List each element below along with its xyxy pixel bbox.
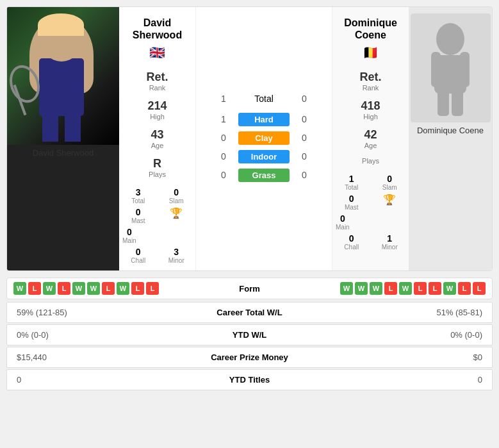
right-stats-grid: 1 Total 0 Slam 0 Mast 🏆 0 Main — [336, 174, 405, 251]
right-mast: 0 Mast — [336, 194, 368, 211]
left-player-flag: 🇬🇧 — [149, 45, 165, 60]
svg-rect-5 — [452, 90, 463, 116]
hard-score-right: 0 — [295, 114, 314, 124]
left-age-block: 43 Age — [151, 128, 163, 149]
form-badge-w: W — [370, 282, 382, 295]
ytd-wl-label: YTD W/L — [186, 330, 314, 340]
clay-score-right: 0 — [295, 133, 314, 143]
svg-rect-4 — [438, 90, 449, 116]
left-plays-label: Plays — [149, 170, 166, 178]
form-badge-l: L — [102, 282, 115, 295]
career-wl-label: Career Total W/L — [186, 308, 314, 317]
left-mast: 0 Mast — [122, 207, 154, 224]
right-trophy: 🏆 — [374, 194, 406, 211]
player-comparison-section: David Sherwood David Sherwood 🇬🇧 Ret. Ra… — [6, 6, 493, 271]
indoor-score-right: 0 — [295, 151, 314, 162]
right-rank-value: Ret. — [359, 71, 381, 84]
left-trophy-icon: 🏆 — [161, 207, 193, 219]
form-badge-w: W — [399, 282, 412, 295]
titles-left: 0 — [17, 375, 186, 385]
form-badge-l: L — [384, 282, 397, 295]
right-high-block: 418 High — [361, 99, 380, 120]
clay-badge: Clay — [238, 131, 290, 145]
right-high-label: High — [361, 113, 380, 120]
right-player-name: Dominique Coene — [344, 17, 397, 41]
right-plays-label: Plays — [362, 157, 379, 165]
form-badge-w: W — [117, 282, 129, 295]
titles-row: 0 YTD Titles 0 — [6, 369, 493, 390]
ytd-wl-right: 0% (0-0) — [314, 330, 483, 340]
right-player-info: Dominique Coene 🇧🇪 Ret. Rank 418 High 42… — [332, 7, 409, 270]
right-form: WWWLWLLWLL — [288, 282, 486, 295]
titles-right: 0 — [314, 375, 483, 385]
left-high-block: 214 High — [147, 99, 167, 120]
form-badge-l: L — [473, 282, 486, 295]
form-badge-l: L — [28, 282, 41, 295]
left-player-name: David Sherwood — [133, 17, 182, 41]
form-badge-w: W — [340, 282, 353, 295]
prize-label: Career Prize Money — [186, 353, 314, 362]
hard-row: 1 Hard 0 — [199, 113, 329, 126]
hard-score-left: 1 — [214, 114, 233, 124]
indoor-score-left: 0 — [214, 151, 233, 162]
form-section: WLWLWWLWLL Form WWWLWLLWLL — [6, 278, 493, 299]
ytd-wl-row: 0% (0-0) YTD W/L 0% (0-0) — [6, 324, 493, 345]
total-label: Total — [238, 94, 290, 104]
left-plays-block: R Plays — [149, 157, 166, 178]
form-badge-w: W — [43, 282, 56, 295]
grass-score-left: 0 — [214, 170, 233, 180]
form-badge-w: W — [87, 282, 100, 295]
right-main: 0 Main — [336, 213, 350, 231]
right-age-block: 42 Age — [364, 128, 377, 149]
left-rank-label: Rank — [146, 84, 168, 92]
clay-row: 0 Clay 0 — [199, 131, 329, 145]
middle-scores-section: 1 Total 0 1 Hard 0 0 Clay 0 0 Indoor 0 0 — [196, 7, 332, 270]
prize-row: $15,440 Career Prize Money $0 — [6, 347, 493, 368]
right-player-name-photo: Dominique Coene — [411, 122, 491, 135]
form-label: Form — [211, 284, 288, 294]
left-player-name-photo: David Sherwood — [7, 145, 119, 158]
left-high-label: High — [147, 113, 167, 120]
right-rank-block: Ret. Rank — [359, 71, 381, 92]
indoor-row: 0 Indoor 0 — [199, 150, 329, 163]
right-main-row: 0 Main — [336, 213, 405, 231]
left-trophy: 🏆 — [161, 207, 193, 224]
form-badge-w: W — [72, 282, 85, 295]
right-minor: 1 Minor — [374, 233, 406, 251]
grass-score-right: 0 — [295, 170, 314, 180]
hard-badge: Hard — [238, 113, 290, 126]
prize-left: $15,440 — [17, 353, 186, 362]
form-badge-w: W — [355, 282, 368, 295]
left-rank-block: Ret. Rank — [146, 71, 168, 92]
right-rank-label: Rank — [359, 84, 381, 92]
total-row: 1 Total 0 — [214, 94, 314, 104]
career-wl-row: 59% (121-85) Career Total W/L 51% (85-81… — [6, 302, 493, 323]
left-form: WLWLWWLWLL — [13, 282, 211, 295]
right-player-photo: Dominique Coene — [409, 7, 492, 270]
total-score-left: 1 — [214, 94, 233, 104]
left-player-info: David Sherwood 🇬🇧 Ret. Rank 214 High 43 … — [119, 7, 196, 270]
right-chall: 0 Chall — [336, 233, 368, 251]
left-age-label: Age — [151, 142, 163, 149]
main-container: David Sherwood David Sherwood 🇬🇧 Ret. Ra… — [0, 6, 499, 390]
right-slam: 0 Slam — [374, 174, 406, 191]
titles-label: YTD Titles — [186, 375, 314, 385]
form-badge-l: L — [429, 282, 441, 295]
right-player-flag: 🇧🇪 — [363, 45, 379, 60]
career-wl-right: 51% (85-81) — [314, 308, 483, 317]
left-stats-grid: 3 Total 0 Slam 0 Mast 🏆 0 Main — [122, 187, 192, 264]
right-age-value: 42 — [364, 128, 377, 142]
left-minor: 3 Minor — [161, 247, 193, 264]
form-badge-l: L — [58, 282, 70, 295]
left-plays-value: R — [149, 157, 166, 170]
right-plays-block: Plays — [362, 157, 379, 165]
left-main-row: 0 Main — [122, 227, 192, 244]
form-badge-l: L — [414, 282, 427, 295]
left-high-value: 214 — [147, 99, 167, 113]
left-player-photo: David Sherwood — [7, 7, 119, 270]
grass-row: 0 Grass 0 — [199, 169, 329, 182]
left-age-value: 43 — [151, 128, 163, 142]
indoor-badge: Indoor — [238, 150, 290, 163]
career-wl-left: 59% (121-85) — [17, 308, 186, 317]
grass-badge: Grass — [238, 169, 290, 182]
